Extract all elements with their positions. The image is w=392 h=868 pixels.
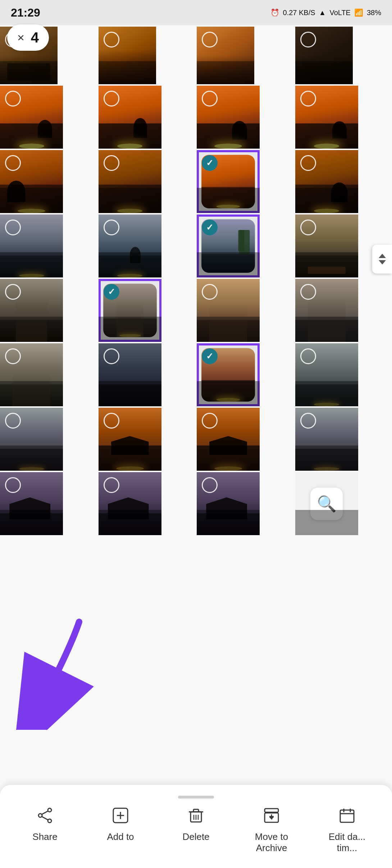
svg-rect-18 [265,809,278,812]
battery-percent: 38% [367,9,381,17]
photo-checkbox[interactable] [300,220,316,235]
toolbar-items: Share Add to [0,807,392,854]
photo-cell[interactable] [0,408,63,471]
photo-cell[interactable] [0,279,63,342]
move-to-archive-button[interactable]: Move to Archive [243,807,300,854]
alarm-icon: ⏰ [270,8,279,17]
photo-checkbox[interactable] [104,220,119,235]
photo-cell[interactable] [99,86,161,149]
photo-checkbox[interactable] [5,155,21,171]
photo-cell[interactable] [0,86,63,149]
svg-line-5 [42,811,48,814]
drag-handle [178,796,214,799]
search-zoom-icon[interactable]: 🔍 [317,494,337,513]
add-to-button[interactable]: Add to [92,807,149,842]
photo-cell[interactable] [295,343,358,406]
photo-checkbox[interactable] [5,413,21,429]
photo-cell[interactable] [295,86,358,149]
photo-checkbox[interactable] [300,32,316,48]
bottom-toolbar: Share Add to [0,785,392,868]
arrow-annotation [14,615,101,731]
photo-checkbox[interactable] [104,32,119,48]
photo-cell[interactable] [0,343,63,406]
photo-cell-selected[interactable] [197,214,260,277]
photo-cell[interactable] [99,214,161,277]
photo-checkbox[interactable] [300,91,316,107]
photo-checkbox[interactable] [300,155,316,171]
photo-cell[interactable] [295,279,358,342]
scroll-down-arrow[interactable] [379,260,386,265]
close-icon[interactable]: × [17,31,24,45]
svg-marker-1 [22,701,50,726]
photo-checkbox[interactable] [300,413,316,429]
selection-badge: × 4 [7,24,49,51]
status-time: 21:29 [11,6,40,19]
photo-checkbox[interactable] [5,348,21,364]
share-label: Share [32,831,57,842]
photo-checkbox[interactable] [104,91,119,107]
photo-checkbox-checked[interactable] [202,155,218,171]
delete-icon [188,807,204,828]
photo-cell[interactable] [295,214,358,277]
photo-checkbox[interactable] [202,32,218,48]
photo-checkbox-checked[interactable] [202,220,218,235]
photo-checkbox[interactable] [104,413,119,429]
photo-cell-search[interactable]: 🔍 [295,472,358,535]
edit-date-time-label: Edit da... tim... [329,831,366,854]
photo-cell-selected[interactable] [197,343,260,406]
svg-point-4 [38,814,42,817]
add-icon [112,807,129,828]
photo-cell[interactable] [197,408,260,471]
photo-checkbox-checked[interactable] [202,348,218,364]
photo-cell[interactable] [99,27,156,84]
photo-cell[interactable] [295,27,353,84]
photo-checkbox[interactable] [5,477,21,493]
photo-checkbox[interactable] [104,477,119,493]
photo-checkbox[interactable] [5,284,21,300]
status-bar: 21:29 ⏰ 0.27 KB/S ▲ VoLTE 📶 38% [0,0,392,25]
photo-cell[interactable] [295,150,358,213]
photo-checkbox[interactable] [202,413,218,429]
photo-cell[interactable] [99,472,161,535]
svg-point-3 [48,819,51,823]
volte-icon: VoLTE [329,9,351,17]
delete-button[interactable]: Delete [167,807,225,842]
photo-cell[interactable] [197,86,260,149]
photo-checkbox[interactable] [202,284,218,300]
photo-checkbox[interactable] [202,477,218,493]
photo-checkbox[interactable] [202,91,218,107]
photo-cell-selected[interactable] [99,279,161,342]
photo-cell[interactable] [197,27,254,84]
edit-date-time-button[interactable]: Edit da... tim... [318,807,376,854]
share-button[interactable]: Share [16,807,74,842]
photo-cell[interactable] [0,472,63,535]
photo-checkbox[interactable] [104,348,119,364]
photo-checkbox[interactable] [5,91,21,107]
move-to-archive-label: Move to Archive [255,831,288,854]
photo-cell[interactable] [295,408,358,471]
status-icons: ⏰ 0.27 KB/S ▲ VoLTE 📶 38% [270,8,381,17]
photo-checkbox[interactable] [5,220,21,235]
calendar-icon [339,807,355,828]
photo-cell-selected[interactable] [197,150,260,213]
photo-checkbox[interactable] [104,155,119,171]
photo-grid: 🔍 [0,27,392,535]
photo-cell[interactable] [197,472,260,535]
photo-cell[interactable] [0,214,63,277]
selection-count: 4 [31,30,39,46]
photo-checkbox[interactable] [300,348,316,364]
svg-rect-22 [340,810,354,822]
photo-cell[interactable] [0,150,63,213]
scroll-thumb[interactable] [372,245,392,273]
photo-cell[interactable] [99,343,161,406]
svg-line-6 [42,817,48,820]
photo-checkbox[interactable] [300,284,316,300]
photo-checkbox-checked[interactable] [104,284,119,300]
archive-icon [263,807,280,828]
wifi-icon: ▲ [319,9,326,17]
signal-icon: 📶 [354,8,363,17]
photo-cell[interactable] [99,150,161,213]
scroll-up-arrow[interactable] [379,254,386,258]
photo-cell[interactable] [197,279,260,342]
photo-cell[interactable] [99,408,161,471]
